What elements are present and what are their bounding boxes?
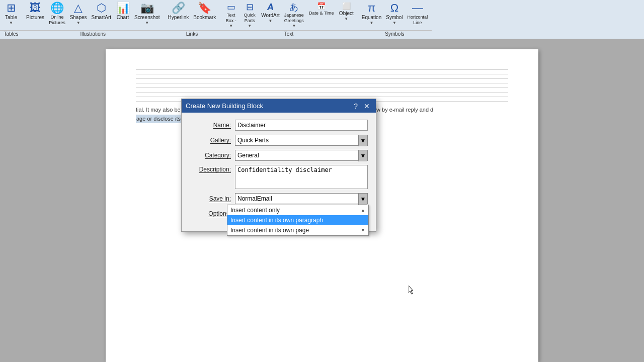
name-row: Name: <box>190 120 368 131</box>
name-input[interactable] <box>235 120 368 131</box>
ribbon-btn-pictures[interactable]: 🖼 Pictures <box>24 2 46 22</box>
ribbon-btn-hyperlink[interactable]: 🔗 Hyperlink <box>166 2 191 22</box>
tables-group-label: Tables <box>0 30 22 37</box>
table-icon: ⊞ <box>7 3 16 14</box>
save-in-select[interactable]: NormalEmail ▼ <box>235 193 368 204</box>
dropdown-item-insert-page[interactable]: Insert content in its own page ▼ <box>227 225 368 235</box>
gallery-dropdown-arrow[interactable]: ▼ <box>358 135 367 146</box>
screenshot-label: Screenshot <box>134 15 160 21</box>
ribbon-group-text: ▭ TextBox - ▼ ⊟ QuickParts ▼ A WordArt ▼… <box>220 0 357 39</box>
category-select[interactable]: General ▼ <box>235 150 368 161</box>
screenshot-icon: 📷 <box>140 3 154 14</box>
illustrations-group-label: Illustrations <box>22 30 164 37</box>
ribbon-btn-online-pictures[interactable]: 🌐 OnlinePictures <box>47 2 67 27</box>
category-value: General <box>237 152 259 159</box>
japanese-label: JapaneseGreetings <box>284 13 304 24</box>
save-in-label: Save in: <box>190 195 235 202</box>
dialog-help-button[interactable]: ? <box>352 103 360 110</box>
online-pictures-label: OnlinePictures <box>49 15 65 26</box>
symbols-group-label: Symbols <box>358 30 432 37</box>
dialog-titlebar: Create New Building Block ? ✕ <box>182 99 376 113</box>
text-group-label: Text <box>220 30 357 37</box>
scroll-up-arrow[interactable]: ▲ <box>361 208 365 213</box>
horizontal-line-label: HorizontalLine <box>408 15 428 26</box>
pictures-icon: 🖼 <box>30 3 41 14</box>
chart-label: Chart <box>117 15 129 21</box>
ribbon-btn-screenshot[interactable]: 📷 Screenshot ▼ <box>132 2 162 27</box>
object-arrow: ▼ <box>344 17 348 22</box>
dialog-titlebar-buttons: ? ✕ <box>352 103 372 110</box>
description-label: Description: <box>190 165 235 173</box>
text-box-arrow: ▼ <box>229 24 233 29</box>
ribbon-group-symbols: π Equation ▼ Ω Symbol ▼ — HorizontalLine… <box>358 0 432 39</box>
japanese-arrow: ▼ <box>292 24 296 29</box>
dropdown-item-label-1: Insert content only <box>230 207 280 214</box>
wordart-label: WordArt <box>261 13 280 19</box>
dropdown-item-label-3: Insert content in its own page <box>230 227 309 234</box>
shapes-arrow: ▼ <box>76 21 80 26</box>
ribbon-btn-smartart[interactable]: ⬡ SmartArt <box>90 2 113 22</box>
text-box-label: TextBox - <box>226 13 236 24</box>
dropdown-item-insert-content-only[interactable]: Insert content only ▲ <box>227 205 368 215</box>
shapes-icon: △ <box>74 3 83 14</box>
quick-parts-label: QuickParts <box>244 13 256 24</box>
quick-parts-arrow: ▼ <box>248 24 252 29</box>
hyperlink-icon: 🔗 <box>172 3 185 14</box>
date-time-icon: 📅 <box>317 3 326 10</box>
ribbon-btn-equation[interactable]: π Equation ▼ <box>360 2 383 27</box>
symbol-arrow: ▼ <box>392 21 396 26</box>
bookmark-label: Bookmark <box>193 15 216 21</box>
shapes-label: Shapes <box>70 15 87 21</box>
gallery-select[interactable]: Quick Parts ▼ <box>235 135 368 146</box>
equation-arrow: ▼ <box>370 21 374 26</box>
category-dropdown-arrow[interactable]: ▼ <box>358 150 367 161</box>
save-in-value: NormalEmail <box>237 195 272 202</box>
pictures-label: Pictures <box>26 15 44 21</box>
ribbon-btn-text-box[interactable]: ▭ TextBox - ▼ <box>222 2 240 29</box>
ribbon-btn-object[interactable]: ⬜ Object ▼ <box>337 2 356 23</box>
smartart-label: SmartArt <box>92 15 111 21</box>
dropdown-item-label-2: Insert content in its own paragraph <box>230 217 323 224</box>
category-row: Category: General ▼ <box>190 150 368 161</box>
ribbon-btn-horizontal-line[interactable]: — HorizontalLine <box>406 2 430 27</box>
category-label: Category: <box>190 152 235 159</box>
ribbon-btn-japanese[interactable]: あ JapaneseGreetings ▼ <box>282 2 306 29</box>
name-label: Name: <box>190 122 235 129</box>
scroll-down-arrow[interactable]: ▼ <box>361 228 365 233</box>
save-in-row: Save in: NormalEmail ▼ <box>190 193 368 204</box>
ribbon-btn-date-time[interactable]: 📅 Date & Time <box>306 2 337 17</box>
ribbon-group-links: 🔗 Hyperlink 🔖 Bookmark Links <box>164 0 220 39</box>
ribbon-btn-chart[interactable]: 📊 Chart <box>114 2 132 22</box>
screenshot-arrow: ▼ <box>145 21 149 26</box>
quick-parts-icon: ⊟ <box>246 3 254 12</box>
dropdown-item-insert-paragraph[interactable]: Insert content in its own paragraph <box>227 215 368 225</box>
description-textarea[interactable]: Confidentiality disclaimer <box>235 165 368 189</box>
wordart-icon: A <box>267 3 274 12</box>
ribbon-btn-table[interactable]: ⊞ Table ▼ <box>2 2 20 27</box>
dialog-close-button[interactable]: ✕ <box>362 103 372 110</box>
japanese-icon: あ <box>289 3 298 12</box>
create-building-block-dialog: Create New Building Block ? ✕ Name: Gall… <box>181 99 376 232</box>
ribbon-group-illustrations: 🖼 Pictures 🌐 OnlinePictures △ Shapes ▼ ⬡… <box>22 0 164 39</box>
ribbon-btn-wordart[interactable]: A WordArt ▼ <box>259 2 282 25</box>
wordart-arrow: ▼ <box>269 19 273 24</box>
gallery-value: Quick Parts <box>237 137 269 144</box>
save-in-dropdown-arrow[interactable]: ▼ <box>358 194 367 205</box>
horizontal-line-icon: — <box>412 3 423 14</box>
document-area: tial. It may also be privileged or other… <box>0 39 644 362</box>
ribbon-btn-bookmark[interactable]: 🔖 Bookmark <box>191 2 218 22</box>
table-arrow: ▼ <box>9 21 13 26</box>
dialog-title: Create New Building Block <box>186 102 263 110</box>
ribbon-btn-symbol[interactable]: Ω Symbol ▼ <box>384 2 405 27</box>
dialog-body: Name: Gallery: Quick Parts ▼ Category: G… <box>182 113 376 231</box>
ribbon-btn-quick-parts[interactable]: ⊟ QuickParts ▼ <box>240 2 259 29</box>
ribbon-group-tables: ⊞ Table ▼ Tables <box>0 0 22 39</box>
links-group-label: Links <box>164 30 220 37</box>
table-label: Table <box>5 15 17 21</box>
description-row: Description: Confidentiality disclaimer <box>190 165 368 189</box>
chart-icon: 📊 <box>116 3 130 14</box>
symbol-label: Symbol <box>386 15 403 21</box>
symbol-icon: Ω <box>390 3 398 14</box>
ribbon-btn-shapes[interactable]: △ Shapes ▼ <box>68 2 89 27</box>
object-icon: ⬜ <box>342 3 351 10</box>
